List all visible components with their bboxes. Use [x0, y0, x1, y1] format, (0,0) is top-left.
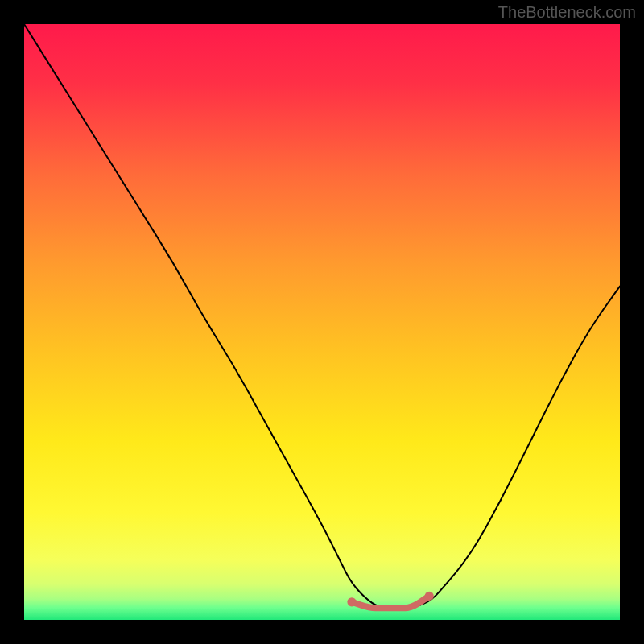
watermark: TheBottleneck.com — [498, 3, 636, 22]
series-marker — [347, 597, 356, 606]
series-optimal-range-marker — [352, 596, 429, 608]
plot-area — [24, 24, 620, 620]
series-bottleneck-curve — [24, 24, 620, 608]
series-marker — [425, 592, 434, 601]
chart-curve-layer — [24, 24, 620, 620]
